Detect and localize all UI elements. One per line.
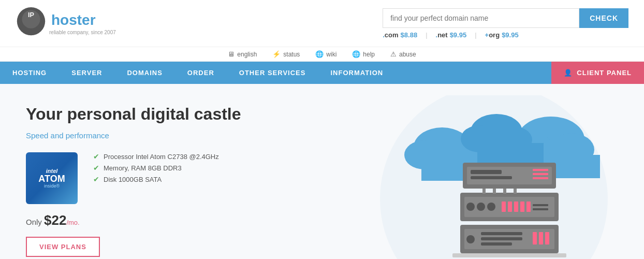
domain-search-input[interactable]	[383, 8, 579, 28]
logo-area: IP hoster reliable company, since 2007	[16, 5, 116, 41]
spec-item-memory: ✔ Memory, RAM 8GB DDR3	[93, 164, 219, 172]
main-nav-items: HOSTING SERVER DOMAINS ORDER OTHER SERVI…	[0, 62, 551, 84]
nav-link-help-label: help	[363, 51, 375, 58]
logo-text: hoster reliable company, since 2007	[49, 12, 116, 35]
net-ext-price: $9.95	[450, 31, 467, 39]
abuse-icon: ⚠	[390, 50, 397, 58]
net-ext-name: .net	[436, 31, 448, 39]
spec-item-processor: ✔ Processor Intel Atom C2738 @2.4GHz	[93, 152, 219, 161]
main-nav: HOSTING SERVER DOMAINS ORDER OTHER SERVI…	[0, 62, 644, 84]
nav-link-help[interactable]: 🌐 help	[352, 50, 375, 58]
nav-item-order[interactable]: ORDER	[175, 62, 227, 84]
client-panel-label: CLIENT PANEL	[577, 69, 632, 77]
nav-link-english[interactable]: 🖥 english	[228, 50, 257, 58]
view-plans-button[interactable]: VIEW PLANS	[26, 237, 100, 257]
price-amount: $22	[44, 212, 66, 228]
wiki-icon: 🌐	[315, 50, 324, 58]
hero-content: Your personal digital castle Speed and p…	[0, 84, 644, 259]
domain-ext-net: .net $9.95	[436, 31, 467, 39]
spec-memory-text: Memory, RAM 8GB DDR3	[104, 164, 182, 172]
price-prefix: Only	[26, 218, 44, 226]
nav-links-bar: 🖥 english ⚡ status 🌐 wiki 🌐 help ⚠ abuse	[0, 47, 644, 62]
status-icon: ⚡	[272, 50, 281, 58]
intel-inside: inside®	[44, 183, 60, 189]
nav-link-wiki-label: wiki	[326, 51, 336, 58]
nav-link-abuse-label: abuse	[399, 51, 416, 58]
spec-list: ✔ Processor Intel Atom C2738 @2.4GHz ✔ M…	[93, 152, 219, 186]
domain-ext-org: +org $9.95	[485, 31, 519, 39]
logo-pin-icon: IP	[16, 5, 47, 41]
sep-2: |	[475, 31, 476, 39]
hero-section: Your personal digital castle Speed and p…	[0, 84, 644, 259]
domain-ext-com: .com $8.88	[383, 31, 417, 39]
org-ext-name: +org	[485, 31, 500, 39]
check-icon-1: ✔	[93, 152, 99, 161]
price-row: Only $22/mo.	[26, 212, 628, 228]
nav-link-status[interactable]: ⚡ status	[272, 50, 300, 58]
nav-link-english-label: english	[237, 51, 257, 58]
nav-link-wiki[interactable]: 🌐 wiki	[315, 50, 336, 58]
org-ext-price: $9.95	[502, 31, 519, 39]
client-panel-button[interactable]: 👤 CLIENT PANEL	[551, 62, 644, 84]
hero-subtitle: Speed and performance	[26, 131, 628, 140]
user-icon: 👤	[564, 69, 573, 77]
intel-badge: intel ATOM inside®	[26, 152, 78, 204]
nav-link-status-label: status	[283, 51, 300, 58]
top-bar: IP hoster reliable company, since 2007 C…	[0, 0, 644, 47]
domain-prices: .com $8.88 | .net $9.95 | +org $9.95	[383, 31, 526, 39]
nav-link-abuse[interactable]: ⚠ abuse	[390, 50, 416, 58]
svg-text:IP: IP	[28, 11, 34, 19]
nav-item-server[interactable]: SERVER	[59, 62, 114, 84]
hero-title: Your personal digital castle	[26, 105, 628, 124]
com-ext-name: .com	[383, 31, 398, 39]
monitor-icon: 🖥	[228, 50, 235, 58]
nav-item-information[interactable]: INFORMATION	[318, 62, 396, 84]
check-icon-2: ✔	[93, 164, 99, 172]
logo-hoster: hoster	[51, 12, 96, 28]
com-ext-price: $8.88	[401, 31, 418, 39]
domain-search: CHECK .com $8.88 | .net $9.95 | +org $9.…	[383, 8, 628, 39]
sep-1: |	[426, 31, 427, 39]
nav-item-hosting[interactable]: HOSTING	[0, 62, 59, 84]
spec-item-disk: ✔ Disk 1000GB SATA	[93, 175, 219, 183]
spec-disk-text: Disk 1000GB SATA	[104, 176, 162, 183]
nav-item-other-services[interactable]: OTHER SERVICES	[227, 62, 318, 84]
intel-atom: ATOM	[38, 174, 65, 183]
check-icon-3: ✔	[93, 175, 99, 183]
spec-row-container: intel ATOM inside® ✔ Processor Intel Ato…	[26, 152, 628, 204]
help-icon: 🌐	[352, 50, 360, 58]
logo-tagline: reliable company, since 2007	[49, 30, 116, 35]
price-suffix: /mo.	[66, 219, 79, 226]
nav-item-domains[interactable]: DOMAINS	[114, 62, 174, 84]
check-button[interactable]: CHECK	[579, 8, 628, 28]
spec-processor-text: Processor Intel Atom C2738 @2.4GHz	[104, 153, 219, 161]
